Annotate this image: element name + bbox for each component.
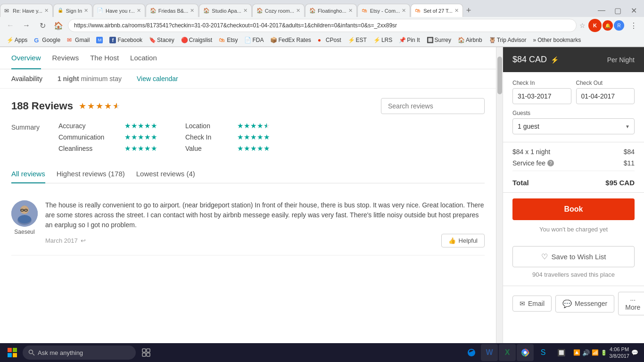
avatar-image — [11, 200, 38, 227]
tab-close-active[interactable]: ✕ — [453, 8, 459, 14]
browser-tab-active[interactable]: 🛍 Set of 27 T... ✕ — [411, 4, 463, 17]
bookmark-fedex[interactable]: 📦 FedEx Rates — [267, 35, 314, 45]
browser-tab-8[interactable]: 🛍 Etsy - Com... ✕ — [357, 4, 411, 17]
book-button[interactable]: Book — [512, 198, 635, 220]
tab-overview[interactable]: Overview — [11, 47, 41, 69]
scrollbar-thumb[interactable] — [497, 57, 502, 94]
fda-icon: 📄 — [244, 37, 251, 43]
address-bar: ← → ↻ 🏠 ☆ K 🔔 R ⋮ — [0, 17, 644, 34]
tab-reviews[interactable]: Reviews — [52, 47, 79, 69]
forward-button[interactable]: → — [20, 19, 33, 32]
service-fee-amount: $11 — [624, 159, 635, 167]
bookmark-lrs[interactable]: ⚡ LRS — [371, 35, 395, 45]
back-button[interactable]: ← — [4, 19, 17, 32]
bookmark-fda[interactable]: 📄 FDA — [241, 35, 266, 45]
guests-select[interactable]: 1 guest 2 guests 3 guests — [512, 118, 635, 134]
bookmarks-bar: ⚡ Apps G Google ✉ Gmail M f Facebook 🔖 S… — [0, 34, 644, 47]
browser-tab-4[interactable]: 🏠 Friedas B&... ✕ — [146, 4, 199, 17]
messenger-share-button[interactable]: 💬 Messenger — [555, 295, 614, 313]
tab-all-reviews[interactable]: All reviews — [11, 165, 45, 183]
tab-favicon-6: 🏠 — [256, 8, 263, 14]
signin-icon: M — [96, 37, 103, 43]
tab-location[interactable]: Location — [130, 47, 157, 69]
browser-tab-6[interactable]: 🏠 Cozy room... ✕ — [252, 4, 305, 17]
communication-label: Communication — [58, 133, 106, 141]
tab-close-4[interactable]: ✕ — [188, 8, 194, 14]
tab-favicon-active: 🛍 — [415, 8, 421, 14]
bookmark-craigslist[interactable]: 🔴 Craigslist — [178, 35, 215, 45]
browser-tab-2[interactable]: 🔒 Sign In ✕ — [53, 4, 92, 17]
bookmark-stacey[interactable]: 🔖 Stacey — [146, 35, 177, 45]
summary-right-col: Location ★★★★★★ Check In ★★★★★ — [185, 122, 270, 156]
bookmark-star-icon[interactable]: ☆ — [579, 22, 586, 29]
booking-panel: $84 CAD ⚡ Per Night Check In Check Out G… — [503, 47, 644, 343]
content-area: Overview Reviews The Host Location Avail… — [0, 47, 496, 343]
checkout-input[interactable] — [576, 88, 635, 104]
bookmark-est[interactable]: ⚡ EST — [345, 35, 370, 45]
tab-close-2[interactable]: ✕ — [82, 8, 88, 14]
total-amount: $95 CAD — [605, 179, 635, 187]
bookmark-facebook[interactable]: f Facebook — [107, 35, 145, 45]
scrollbar-track[interactable] — [496, 47, 503, 343]
new-tab-button[interactable]: + — [463, 4, 474, 17]
tab-host[interactable]: The Host — [90, 47, 119, 69]
reload-button[interactable]: ↻ — [36, 19, 49, 32]
bookmark-tripadvisor[interactable]: 🦉 Trip Advisor — [486, 35, 529, 45]
tab-close-1[interactable]: ✕ — [42, 8, 49, 14]
heart-icon: ♡ — [541, 252, 548, 261]
email-share-button[interactable]: ✉ Email — [512, 296, 552, 312]
minimize-button[interactable]: — — [595, 4, 608, 17]
travelers-saved-text: 904 travellers saved this place — [512, 271, 635, 278]
browser-tab-3[interactable]: 📄 Have you r... ✕ — [93, 4, 145, 17]
summary-left-col: Accuracy ★★★★★ Communication ★★★★★ — [58, 122, 157, 156]
share-section: ✉ Email 💬 Messenger ··· More — [503, 286, 644, 321]
tab-highest-reviews[interactable]: Highest reviews (178) — [57, 165, 125, 183]
accuracy-label: Accuracy — [58, 122, 106, 130]
close-button[interactable]: ✕ — [627, 4, 640, 17]
per-night-label: Per Night — [607, 56, 635, 64]
address-input[interactable] — [68, 19, 577, 32]
bookmark-more[interactable]: » Other bookmarks — [530, 35, 584, 45]
no-charge-text: You won't be charged yet — [503, 226, 644, 233]
view-calendar-link[interactable]: View calendar — [137, 75, 178, 82]
email-icon: ✉ — [520, 300, 525, 307]
bookmark-gmail[interactable]: ✉ Gmail — [64, 35, 92, 45]
value-label: Value — [185, 145, 218, 152]
tab-close-6[interactable]: ✕ — [294, 8, 300, 14]
bookmark-google[interactable]: G Google — [31, 35, 63, 45]
ext-button-1[interactable]: 🔔 — [603, 20, 613, 31]
bookmark-signin[interactable]: M — [93, 35, 106, 45]
tab-lowest-reviews[interactable]: Lowest reviews (4) — [136, 165, 195, 183]
profile-button[interactable]: K — [588, 19, 602, 32]
maximize-button[interactable]: ▢ — [611, 4, 624, 17]
browser-tab-1[interactable]: ✉ Re: Have y... ✕ — [0, 4, 53, 17]
search-reviews-input[interactable] — [381, 98, 485, 114]
menu-button[interactable]: ⋮ — [627, 19, 640, 32]
checkin-input[interactable] — [512, 88, 571, 104]
ext-button-2[interactable]: R — [614, 20, 624, 31]
helpful-button[interactable]: 👍 Helpful — [441, 234, 485, 247]
tab-close-5[interactable]: ✕ — [241, 8, 248, 14]
wish-list-button[interactable]: ♡ Save to Wish List — [512, 246, 635, 267]
more-share-button[interactable]: ··· More — [618, 292, 644, 315]
bookmark-surrey[interactable]: 🔲 Surrey — [424, 35, 454, 45]
service-fee-info-icon[interactable]: ? — [547, 160, 554, 166]
bookmark-pinit[interactable]: 📌 Pin It — [396, 35, 422, 45]
bookmark-cpost[interactable]: ● CPost — [315, 35, 344, 45]
home-button[interactable]: 🏠 — [52, 19, 65, 32]
availability-label: Availability — [11, 75, 42, 82]
cpost-icon: ● — [318, 37, 324, 43]
browser-tab-7[interactable]: 🏠 Floatingho... ✕ — [305, 4, 357, 17]
tab-close-7[interactable]: ✕ — [347, 8, 353, 14]
bookmark-airbnb[interactable]: 🏠 Airbnb — [455, 35, 485, 45]
bookmark-apps[interactable]: ⚡ Apps — [4, 35, 30, 45]
facebook-icon: f — [109, 37, 116, 43]
bookmark-etsy[interactable]: 🛍 Etsy — [216, 35, 240, 45]
service-fee-row: Service fee ? $11 — [512, 159, 635, 167]
summary-label: Summary — [11, 123, 40, 131]
checkin-stars: ★★★★★ — [237, 133, 270, 141]
tab-close-3[interactable]: ✕ — [135, 8, 141, 14]
browser-tab-5[interactable]: 🏠 Studio Apa... ✕ — [199, 4, 251, 17]
tab-close-8[interactable]: ✕ — [400, 8, 406, 14]
reply-icon[interactable]: ↩ — [81, 237, 86, 244]
